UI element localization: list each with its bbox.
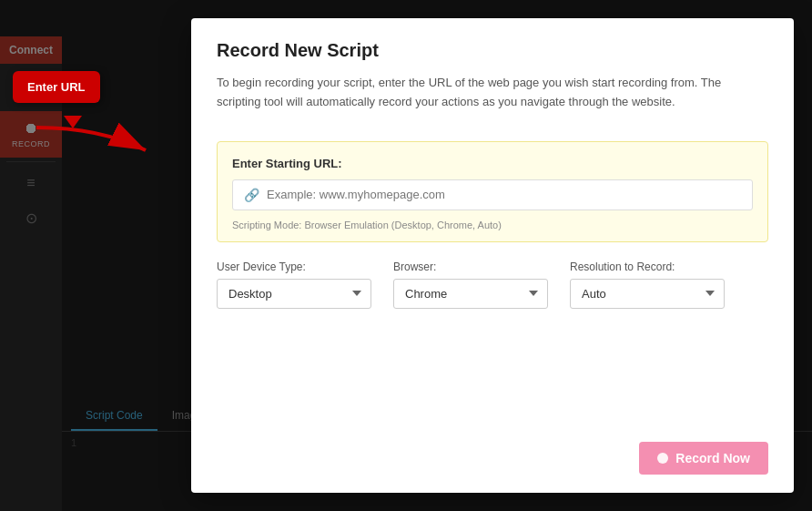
dropdowns-row: User Device Type: Desktop Mobile Tablet … — [217, 261, 768, 309]
url-input-wrap: 🔗 — [232, 179, 753, 210]
scripting-mode-text: Scripting Mode: Browser Emulation (Deskt… — [232, 220, 753, 230]
user-device-group: User Device Type: Desktop Mobile Tablet — [217, 261, 371, 309]
url-input[interactable] — [267, 188, 741, 201]
user-device-label: User Device Type: — [217, 261, 371, 273]
dialog-description: To begin recording your script, enter th… — [217, 74, 768, 112]
dialog: Record New Script To begin recording you… — [191, 18, 794, 493]
resolution-group: Resolution to Record: Auto 1920x1080 128… — [570, 261, 725, 309]
link-icon: 🔗 — [244, 188, 259, 202]
dialog-title: Record New Script — [217, 40, 768, 61]
record-dot-icon — [657, 453, 668, 464]
user-device-select[interactable]: Desktop Mobile Tablet — [217, 279, 371, 309]
arrow-indicator — [27, 118, 155, 164]
browser-select[interactable]: Chrome Firefox Safari Edge — [393, 279, 548, 309]
browser-group: Browser: Chrome Firefox Safari Edge — [393, 261, 548, 309]
dialog-body: Enter Starting URL: 🔗 Scripting Mode: Br… — [191, 123, 794, 431]
url-label: Enter Starting URL: — [232, 157, 753, 170]
record-now-label: Record Now — [675, 451, 750, 465]
url-section: Enter Starting URL: 🔗 Scripting Mode: Br… — [217, 141, 768, 242]
dialog-header: Record New Script To begin recording you… — [191, 18, 794, 123]
tooltip-bubble: Enter URL — [13, 71, 100, 103]
record-now-button[interactable]: Record Now — [639, 442, 768, 475]
browser-label: Browser: — [393, 261, 548, 273]
resolution-select[interactable]: Auto 1920x1080 1280x720 1024x768 — [570, 279, 725, 309]
dialog-footer: Record Now — [191, 431, 794, 493]
resolution-label: Resolution to Record: — [570, 261, 725, 273]
